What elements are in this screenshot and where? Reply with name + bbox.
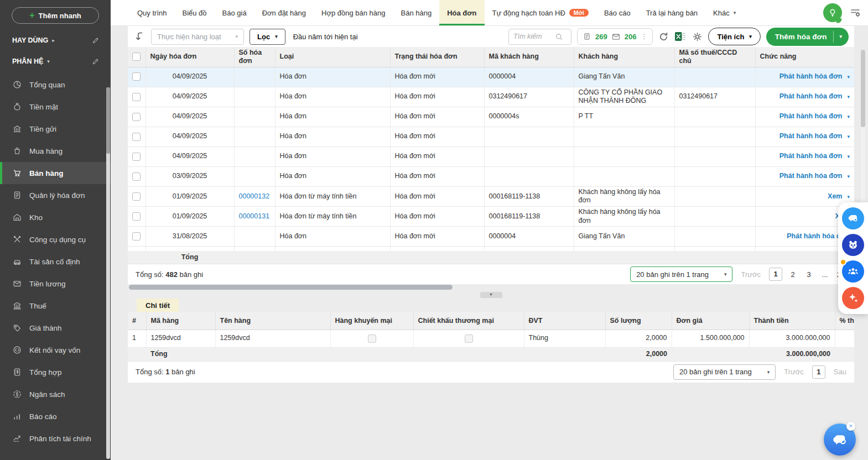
tab-detail[interactable]: Chi tiết <box>137 299 179 312</box>
col-number[interactable]: Số hóa đơn <box>234 47 275 67</box>
tab-hoa-on[interactable]: Hóa đơn <box>439 0 484 25</box>
vscroll-thumb[interactable] <box>861 50 865 127</box>
search-icon[interactable] <box>555 33 563 41</box>
invoice-number-link[interactable]: 00000131 <box>239 212 270 220</box>
sidebar-item-tools[interactable]: Công cụ dụng cụ <box>0 228 111 250</box>
sidebar-item-cash[interactable]: Tiền mặt <box>0 96 111 118</box>
col-trade-discount[interactable]: Chiết khấu thương mại <box>413 312 524 330</box>
sidebar-item-sales-cart[interactable]: Bán hàng <box>0 162 111 184</box>
invoice-row[interactable]: 01/09/202500000131Hóa đơn từ máy tính ti… <box>128 207 854 227</box>
tab-quy-trinh[interactable]: Quy trình <box>129 0 174 25</box>
col-date[interactable]: Ngày hóa đơn <box>145 47 234 67</box>
row-action-link[interactable]: Xem <box>828 192 842 200</box>
row-checkbox[interactable] <box>132 212 141 221</box>
chevron-down-icon[interactable]: ▾ <box>847 154 850 159</box>
ai-sparkle-icon[interactable] <box>842 287 864 309</box>
tab-khac[interactable]: Khác▾ <box>705 0 744 25</box>
detail-page-button[interactable]: 1 <box>812 365 825 379</box>
search-input[interactable] <box>513 33 552 40</box>
detail-row[interactable]: 1 1259dvcd 1259dvcd Thùng 2,0000 1.500.0… <box>128 330 854 347</box>
invoice-row[interactable]: 31/08/2025Hóa đơnHóa đơn mới0000004Giang… <box>128 227 854 247</box>
sidebar-item-fixed-asset-car[interactable]: Tài sản cố định <box>0 250 111 273</box>
invoice-row[interactable]: 03/09/2025Hóa đơnHóa đơn mớiPhát hành hó… <box>128 166 854 186</box>
sidebar-item-invoice-doc[interactable]: Quản lý hóa đơn <box>0 184 111 206</box>
filter-button[interactable]: Lọc ▾ <box>250 29 285 45</box>
chevron-down-icon[interactable]: ▾ <box>847 174 850 179</box>
more-options-icon[interactable]: ⋮ <box>641 33 647 40</box>
col-item-name[interactable]: Tên hàng <box>215 312 330 330</box>
batch-action-dropdown[interactable]: Thực hiện hàng loạt ▾ <box>151 29 244 45</box>
tab-ban-hang[interactable]: Bán hàng <box>393 0 440 25</box>
row-checkbox[interactable] <box>132 232 141 241</box>
col-tax-pct[interactable]: % thuế <box>835 312 854 330</box>
row-action-link[interactable]: Phát hành hóa đơn <box>779 92 843 100</box>
horizontal-scrollbar[interactable] <box>128 284 854 291</box>
sidebar-item-loan-link[interactable]: Kết nối vay vốn <box>0 339 111 361</box>
view-settings-icon[interactable] <box>849 7 861 19</box>
page-button[interactable]: 3 <box>803 270 814 279</box>
chat-fab-button[interactable]: × <box>824 424 856 456</box>
chevron-down-icon[interactable]: ▾ <box>834 34 849 39</box>
chevron-down-icon[interactable]: ▾ <box>847 194 850 200</box>
row-checkbox[interactable] <box>132 192 141 201</box>
chevron-down-icon[interactable]: ▾ <box>847 94 850 100</box>
sidebar-item-warehouse[interactable]: Kho <box>0 206 111 228</box>
refresh-icon[interactable] <box>658 32 669 42</box>
col-tax-code[interactable]: Mã số thuế/CCCD chủ <box>674 47 755 67</box>
sidebar-item-tax-bank[interactable]: Thuế <box>0 295 111 317</box>
edit-pencil-icon[interactable] <box>92 58 100 65</box>
prev-page-button[interactable]: Trước <box>741 270 761 279</box>
export-excel-icon[interactable] <box>674 31 687 42</box>
col-type[interactable]: Loại <box>275 47 390 67</box>
sidebar-item-ledger[interactable]: Tổng hợp <box>0 361 111 383</box>
utilities-button[interactable]: Tiện ích ▾ <box>708 28 760 45</box>
sidebar-section-frequent[interactable]: HAY DÙNG ▸ <box>0 28 111 49</box>
email-count[interactable]: 206 <box>625 33 637 41</box>
row-action-link[interactable]: Phát hành hóa đơn <box>779 112 843 120</box>
assistant-lightbulb-icon[interactable] <box>823 3 842 22</box>
promo-checkbox[interactable] <box>368 334 376 343</box>
quick-add-button[interactable]: + Thêm nhanh <box>12 7 99 24</box>
sidebar-item-purchase[interactable]: Mua hàng <box>0 140 111 162</box>
invoice-number-link[interactable]: 00000132 <box>239 192 270 200</box>
messenger-chat-icon[interactable] <box>842 207 864 229</box>
chevron-down-icon[interactable]: ▾ <box>847 114 850 119</box>
page-size-select[interactable]: 20 bản ghi trên 1 trang ▾ <box>630 266 732 282</box>
chevron-down-icon[interactable]: ▾ <box>847 74 850 80</box>
invoice-row[interactable]: 04/09/2025Hóa đơnHóa đơn mới0000004Giang… <box>128 67 854 87</box>
col-customer-code[interactable]: Mã khách hàng <box>484 47 574 67</box>
select-all-checkbox[interactable] <box>132 53 141 61</box>
col-customer[interactable]: Khách hàng <box>574 47 674 67</box>
edit-pencil-icon[interactable] <box>92 36 100 44</box>
gear-icon[interactable] <box>692 32 703 42</box>
row-checkbox[interactable] <box>132 93 141 101</box>
sidebar-section-modules[interactable]: PHÂN HỆ ▾ <box>0 49 111 70</box>
sidebar-item-budget-coin[interactable]: Ngân sách <box>0 383 111 405</box>
invoice-count[interactable]: 269 <box>595 33 607 41</box>
tab--on-at-hang[interactable]: Đơn đặt hàng <box>254 0 314 25</box>
col-amount[interactable]: Thành tiền <box>749 312 835 330</box>
col-promo[interactable]: Hàng khuyến mại <box>330 312 413 330</box>
col-unit[interactable]: ĐVT <box>524 312 605 330</box>
row-action-link[interactable]: Phát hành hóa đơn <box>779 172 843 180</box>
row-checkbox[interactable] <box>132 113 141 121</box>
page-button[interactable]: 1 <box>769 268 782 281</box>
detail-page-size-select[interactable]: 20 bản ghi trên 1 trang ▾ <box>673 364 776 380</box>
row-checkbox[interactable] <box>132 133 141 141</box>
sidebar-scrollbar[interactable] <box>106 87 110 459</box>
detail-next-page-button[interactable]: Sau <box>834 368 846 376</box>
sidebar-item-report-chart[interactable]: Báo cáo <box>0 405 111 427</box>
invoice-row[interactable]: 04/09/2025Hóa đơnHóa đơn mới0000004sP TT… <box>128 107 854 127</box>
row-action-link[interactable]: Phát hành hóa đơn <box>779 132 843 140</box>
row-action-link[interactable]: Phát hành hóa đơn <box>779 72 843 80</box>
sidebar-item-finance-trend[interactable]: Phân tích tài chính <box>0 427 111 449</box>
invoice-row[interactable]: 04/09/2025Hóa đơnHóa đơn mới0312490617CÔ… <box>128 87 854 107</box>
panda-bot-icon[interactable] <box>842 234 864 256</box>
tab-bao-gia[interactable]: Báo giá <box>215 0 254 25</box>
tab-tu-ong-hach-toan-h-[interactable]: Tự động hạch toán HĐMới <box>485 0 596 25</box>
sidebar-item-bank-deposit[interactable]: Tiền gửi <box>0 118 111 140</box>
col-quantity[interactable]: Số lượng <box>605 312 672 330</box>
tab-bao-cao[interactable]: Báo cáo <box>596 0 638 25</box>
close-icon[interactable]: × <box>846 422 855 431</box>
trade-discount-checkbox[interactable] <box>465 334 473 343</box>
